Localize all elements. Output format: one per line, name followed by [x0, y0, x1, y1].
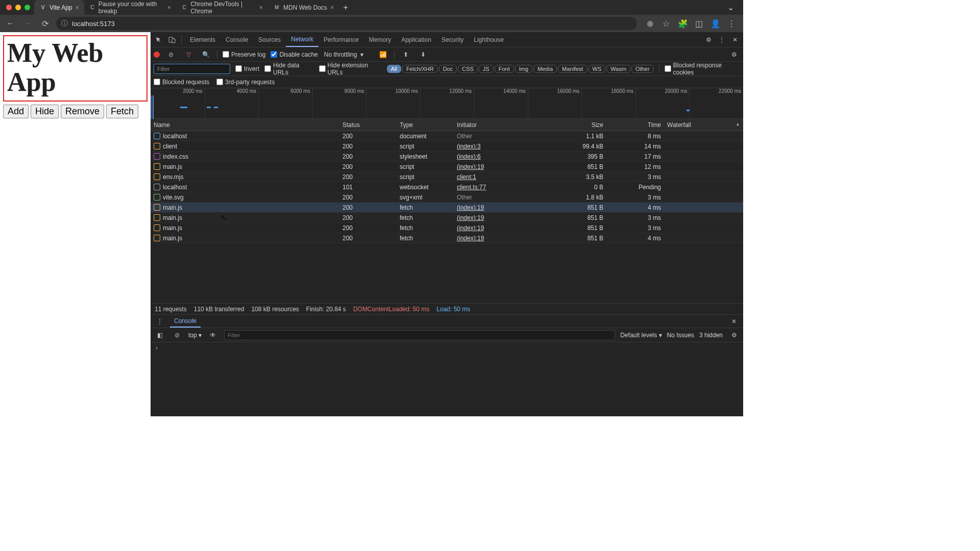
forward-button[interactable]: → — [21, 17, 34, 30]
console-output[interactable]: › — [151, 342, 743, 416]
request-initiator[interactable]: client.ts:77 — [457, 184, 486, 191]
request-initiator[interactable]: Other — [457, 194, 472, 201]
export-har-icon[interactable]: ⬇ — [417, 48, 429, 61]
console-sidebar-icon[interactable]: ◧ — [154, 329, 166, 341]
reload-button[interactable]: ⟳ — [39, 17, 51, 30]
hide-button[interactable]: Hide — [31, 105, 59, 118]
bookmark-icon[interactable]: ☆ — [662, 19, 671, 29]
zoom-icon[interactable]: ⊕ — [645, 19, 654, 29]
request-initiator[interactable]: (index):19 — [457, 214, 484, 221]
close-tab-icon[interactable]: × — [259, 4, 263, 11]
request-initiator[interactable]: (index):6 — [457, 153, 481, 160]
filter-chip-manifest[interactable]: Manifest — [558, 65, 587, 73]
sidepanel-icon[interactable]: ◫ — [694, 19, 703, 29]
request-row[interactable]: vite.svg200svg+xmlOther1.8 kB3 ms — [151, 192, 743, 203]
table-header[interactable]: Name Status Type Initiator Size Time Wat… — [151, 119, 743, 131]
col-size[interactable]: Size — [549, 121, 606, 129]
console-clear-icon[interactable]: ⊘ — [171, 329, 183, 341]
close-tab-icon[interactable]: × — [75, 4, 79, 11]
col-initiator[interactable]: Initiator — [454, 121, 549, 129]
request-initiator[interactable]: Other — [457, 133, 472, 140]
browser-tab[interactable]: VVite App× — [34, 0, 84, 15]
filter-chip-css[interactable]: CSS — [458, 65, 478, 73]
close-devtools-icon[interactable]: ✕ — [729, 34, 741, 46]
filter-chip-font[interactable]: Font — [495, 65, 514, 73]
request-initiator[interactable]: (index):19 — [457, 235, 484, 242]
request-row[interactable]: localhost101websocketclient.ts:770 BPend… — [151, 182, 743, 192]
minimize-window-icon[interactable] — [15, 5, 21, 10]
maximize-window-icon[interactable] — [24, 5, 30, 10]
search-icon[interactable]: 🔍 — [200, 48, 212, 61]
filter-input[interactable] — [154, 64, 230, 74]
request-initiator[interactable]: (index):19 — [457, 224, 484, 232]
preserve-log-checkbox[interactable]: Preserve log — [223, 51, 265, 58]
network-conditions-icon[interactable]: 📶 — [377, 48, 389, 61]
panel-tab-performance[interactable]: Performance — [318, 32, 364, 47]
timeline-overview[interactable]: 2000 ms4000 ms6000 ms8000 ms10000 ms1200… — [151, 88, 743, 119]
new-tab-button[interactable]: + — [339, 3, 352, 12]
throttling-select[interactable]: No throttling ▾ — [323, 51, 372, 58]
request-row[interactable]: localhost200documentOther1.1 kB8 ms — [151, 131, 743, 141]
request-initiator[interactable]: (index):3 — [457, 143, 481, 150]
settings-icon[interactable]: ⚙ — [702, 34, 715, 46]
filter-chip-doc[interactable]: Doc — [439, 65, 457, 73]
hidden-messages[interactable]: 3 hidden — [699, 332, 723, 339]
tabs-dropdown-icon[interactable]: ⌄ — [722, 3, 739, 12]
col-time[interactable]: Time — [606, 121, 664, 129]
filter-chip-img[interactable]: Img — [515, 65, 532, 73]
filter-chip-media[interactable]: Media — [533, 65, 557, 73]
filter-chip-ws[interactable]: WS — [589, 65, 606, 73]
log-levels-select[interactable]: Default levels ▾ — [620, 332, 662, 339]
panel-tab-elements[interactable]: Elements — [185, 32, 220, 47]
import-har-icon[interactable]: ⬆ — [400, 48, 412, 61]
console-filter-input[interactable] — [224, 330, 615, 340]
browser-tab[interactable]: CPause your code with breakp× — [84, 0, 176, 15]
network-settings-icon[interactable]: ⚙ — [728, 48, 740, 61]
site-info-icon[interactable]: ⓘ — [61, 19, 68, 28]
request-initiator[interactable]: (index):19 — [457, 204, 484, 211]
console-tab[interactable]: Console — [170, 315, 201, 328]
panel-tab-security[interactable]: Security — [436, 32, 469, 47]
hide-data-urls-checkbox[interactable]: Hide data URLs — [264, 62, 314, 76]
close-tab-icon[interactable]: × — [330, 4, 334, 11]
request-row[interactable]: main.js200fetch(index):19851 B4 ms — [151, 233, 743, 243]
close-window-icon[interactable] — [6, 5, 12, 10]
add-button[interactable]: Add — [3, 105, 29, 118]
remove-button[interactable]: Remove — [61, 105, 104, 118]
request-row[interactable]: env.mjs200scriptclient:13.5 kB3 ms — [151, 172, 743, 182]
inspect-icon[interactable] — [153, 34, 165, 46]
issues-button[interactable]: No Issues — [667, 332, 694, 339]
panel-tab-console[interactable]: Console — [220, 32, 253, 47]
filter-chip-fetchxhr[interactable]: Fetch/XHR — [402, 65, 438, 73]
request-initiator[interactable]: (index):19 — [457, 163, 484, 170]
close-tab-icon[interactable]: × — [167, 4, 171, 11]
close-drawer-icon[interactable]: ✕ — [728, 315, 740, 328]
hide-extension-urls-checkbox[interactable]: Hide extension URLs — [319, 62, 382, 76]
filter-toggle-icon[interactable]: ▽ — [182, 48, 194, 61]
clear-button[interactable]: ⊘ — [165, 48, 177, 61]
drawer-more-icon[interactable]: ⋮ — [154, 315, 166, 328]
request-row[interactable]: index.css200stylesheet(index):6395 B17 m… — [151, 152, 743, 162]
browser-tab[interactable]: MMDN Web Docs× — [268, 0, 339, 15]
col-waterfall[interactable]: Waterfall — [664, 121, 743, 129]
extensions-icon[interactable]: 🧩 — [678, 19, 687, 29]
invert-checkbox[interactable]: Invert — [235, 65, 259, 72]
request-row[interactable]: main.js200fetch(index):19851 B4 ms — [151, 203, 743, 213]
panel-tab-lighthouse[interactable]: Lighthouse — [469, 32, 509, 47]
request-row[interactable]: main.js200fetch(index):19851 B3 ms — [151, 213, 743, 223]
profile-icon[interactable]: 👤 — [710, 19, 720, 29]
more-icon[interactable]: ⋮ — [716, 34, 728, 46]
record-button[interactable] — [154, 52, 160, 58]
fetch-button[interactable]: Fetch — [106, 105, 138, 118]
console-live-expression-icon[interactable]: 👁 — [207, 329, 219, 341]
request-row[interactable]: client200script(index):399.4 kB14 ms — [151, 141, 743, 152]
blocked-requests-checkbox[interactable]: Blocked requests — [154, 79, 209, 86]
back-button[interactable]: ← — [4, 17, 16, 30]
filter-chip-wasm[interactable]: Wasm — [606, 65, 630, 73]
filter-chip-js[interactable]: JS — [479, 65, 494, 73]
console-settings-icon[interactable]: ⚙ — [728, 329, 740, 341]
col-name[interactable]: Name — [151, 121, 339, 129]
disable-cache-checkbox[interactable]: Disable cache — [271, 51, 317, 58]
col-type[interactable]: Type — [397, 121, 454, 129]
browser-tab[interactable]: CChrome DevTools | Chrome× — [176, 0, 268, 15]
